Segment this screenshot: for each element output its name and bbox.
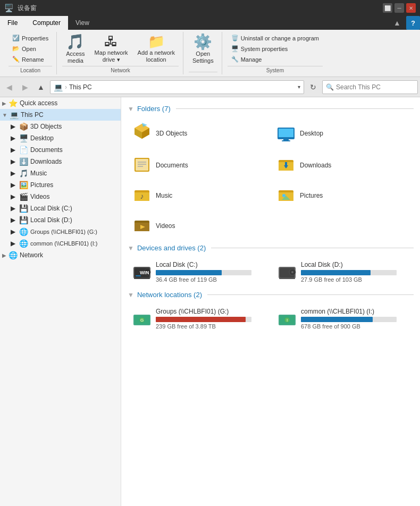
- drive-local-disk-d[interactable]: Local Disk (D:) 27.9 GB free of 103 GB: [273, 257, 414, 286]
- groups-icon: 🌐: [19, 227, 28, 236]
- sidebar-item-quick-access[interactable]: ▶ ⭐ Quick access: [0, 97, 121, 109]
- properties-button[interactable]: ☑️ Properties: [9, 33, 52, 43]
- search-box[interactable]: 🔍: [322, 80, 418, 94]
- 3d-objects-icon: 📦: [19, 122, 28, 131]
- ribbon-group-location: ☑️ Properties 📂 Open ✏️ Rename Location: [4, 32, 57, 74]
- drive-c-info: Local Disk (C:) 36.4 GB free of 119 GB: [156, 261, 264, 283]
- svg-rect-31: [134, 277, 150, 279]
- network-collapse-arrow[interactable]: ▼: [128, 291, 134, 299]
- access-media-icon: 🎵: [66, 35, 85, 49]
- folder-music[interactable]: ♪ Music: [128, 181, 270, 209]
- svg-rect-7: [279, 129, 293, 137]
- up-button[interactable]: ▲: [34, 80, 48, 94]
- sidebar-item-local-disk-c[interactable]: ▶ 💾 Local Disk (C:): [0, 203, 121, 214]
- drive-groups[interactable]: G Groups (\\CHLBFI01) (G:) 239 GB free o…: [128, 304, 268, 333]
- drive-common-bar-fill: [301, 317, 373, 322]
- titlebar-controls: ⬜ ─ ✕: [383, 3, 416, 13]
- manage-button[interactable]: 🔧 Manage: [228, 54, 323, 64]
- minimize-button[interactable]: ─: [394, 3, 404, 13]
- refresh-button[interactable]: ↻: [306, 80, 320, 94]
- sidebar-item-local-disk-d[interactable]: ▶ 💾 Local Disk (D:): [0, 214, 121, 226]
- svg-point-40: [291, 271, 293, 273]
- folder-documents-label: Documents: [156, 162, 188, 169]
- sidebar-item-label: Pictures: [30, 181, 53, 189]
- access-media-button[interactable]: 🎵 Accessmedia: [62, 33, 88, 66]
- folder-music-icon: ♪: [132, 185, 152, 206]
- downloads-icon: ⬇️: [19, 157, 28, 166]
- sidebar-item-music[interactable]: ▶ 🎵 Music: [0, 167, 121, 179]
- sidebar-item-common[interactable]: ▶ 🌐 common (\\CHLBFI01) (I:): [0, 238, 121, 249]
- network-icon: 🌐: [9, 251, 18, 259]
- devices-collapse-arrow[interactable]: ▼: [128, 244, 134, 252]
- network-drives-grid: G Groups (\\CHLBFI01) (G:) 239 GB free o…: [128, 304, 414, 333]
- drive-groups-space: 239 GB free of 3.89 TB: [156, 323, 264, 330]
- arrow-placeholder: ▶: [11, 240, 17, 247]
- address-dropdown-arrow[interactable]: ▾: [298, 84, 300, 90]
- sidebar-item-videos[interactable]: ▶ 🎬 Videos: [0, 191, 121, 203]
- arrow-placeholder: ▶: [11, 181, 17, 189]
- svg-rect-9: [282, 140, 290, 141]
- folder-documents[interactable]: Documents: [128, 151, 270, 179]
- drive-common[interactable]: I common (\\CHLBFI01) (I:) 678 GB free o…: [273, 304, 414, 333]
- back-button[interactable]: ◀: [2, 80, 16, 94]
- folders-collapse-arrow[interactable]: ▼: [128, 105, 134, 113]
- tab-file[interactable]: File: [0, 16, 25, 30]
- forward-button[interactable]: ▶: [18, 80, 32, 94]
- ribbon-collapse[interactable]: ▲: [390, 16, 404, 30]
- sidebar-item-this-pc[interactable]: ▼ 💻 This PC: [0, 109, 121, 121]
- system-group-label: System: [228, 66, 323, 73]
- network-section-header: ▼ Network locations (2): [128, 291, 414, 299]
- sidebar-item-pictures[interactable]: ▶ 🖼️ Pictures: [0, 179, 121, 191]
- folder-downloads-label: Downloads: [300, 162, 331, 169]
- folder-3d-objects-label: 3D Objects: [156, 130, 187, 137]
- folder-3d-objects[interactable]: 3D Objects: [128, 118, 270, 149]
- settings-icon: ⚙️: [194, 35, 212, 49]
- ribbon-group-open: ⚙️ OpenSettings: [184, 32, 222, 74]
- uninstall-button[interactable]: 🗑️ Uninstall or change a program: [228, 33, 323, 43]
- sidebar-item-label: Downloads: [30, 158, 62, 165]
- folder-pictures-label: Pictures: [300, 192, 323, 199]
- open-button[interactable]: 📂 Open: [9, 44, 52, 54]
- sidebar: ▶ ⭐ Quick access ▼ 💻 This PC ▶ 📦 3D Obje…: [0, 97, 121, 506]
- sidebar-item-groups[interactable]: ▶ 🌐 Groups (\\CHLBFI01) (G:): [0, 226, 121, 238]
- folder-music-label: Music: [156, 192, 172, 199]
- system-properties-button[interactable]: 🖥️ System properties: [228, 44, 323, 54]
- drive-d-name: Local Disk (D:): [301, 261, 409, 268]
- close-button[interactable]: ✕: [406, 3, 416, 13]
- ribbon-group-network: 🎵 Accessmedia 🖧 Map networkdrive ▾ 📁 Add…: [58, 32, 183, 74]
- tab-view[interactable]: View: [68, 16, 97, 30]
- drive-common-name: common (\\CHLBFI01) (I:): [301, 308, 409, 315]
- folder-downloads[interactable]: Downloads: [272, 151, 414, 179]
- local-disk-d-icon: 💾: [19, 216, 28, 224]
- sidebar-item-desktop[interactable]: ▶ 🖥️ Desktop: [0, 132, 121, 144]
- add-network-location-button[interactable]: 📁 Add a networklocation: [134, 33, 179, 65]
- help-button[interactable]: ?: [406, 16, 420, 30]
- sidebar-item-label: Groups (\\CHLBFI01) (G:): [30, 229, 97, 235]
- address-bar: ◀ ▶ ▲ 💻 › This PC ▾ ↻ 🔍: [0, 77, 420, 97]
- folder-desktop-icon: [276, 123, 296, 144]
- open-settings-button[interactable]: ⚙️ OpenSettings: [189, 33, 217, 66]
- tab-computer[interactable]: Computer: [25, 16, 68, 30]
- sidebar-item-label: Local Disk (D:): [30, 216, 72, 224]
- sidebar-item-label: Network: [20, 251, 43, 259]
- search-input[interactable]: [336, 83, 414, 91]
- sidebar-item-network[interactable]: ▶ 🌐 Network: [0, 249, 121, 261]
- sidebar-item-label: 3D Objects: [30, 123, 62, 130]
- map-network-drive-button[interactable]: 🖧 Map networkdrive ▾: [91, 33, 132, 65]
- svg-rect-11: [136, 159, 148, 171]
- rename-button[interactable]: ✏️ Rename: [9, 54, 52, 64]
- folder-desktop[interactable]: Desktop: [272, 118, 414, 149]
- ribbon-tabs: File Computer View ▲ ?: [0, 16, 420, 30]
- sidebar-item-documents[interactable]: ▶ 📄 Documents: [0, 144, 121, 156]
- sidebar-item-label: Local Disk (C:): [30, 205, 72, 212]
- sidebar-item-downloads[interactable]: ▶ ⬇️ Downloads: [0, 156, 121, 167]
- drive-local-disk-c[interactable]: WIN Local Disk (C:) 36.4 GB free of 119 …: [128, 257, 268, 286]
- restore-button[interactable]: ⬜: [383, 3, 392, 13]
- svg-text:WIN: WIN: [140, 270, 149, 275]
- folder-pictures[interactable]: Pictures: [272, 181, 414, 209]
- address-path[interactable]: 💻 › This PC ▾: [50, 80, 304, 94]
- folder-videos[interactable]: Videos: [128, 212, 270, 240]
- drive-common-icon: I: [278, 309, 297, 328]
- sidebar-item-3d-objects[interactable]: ▶ 📦 3D Objects: [0, 121, 121, 132]
- sidebar-item-label: This PC: [21, 111, 44, 119]
